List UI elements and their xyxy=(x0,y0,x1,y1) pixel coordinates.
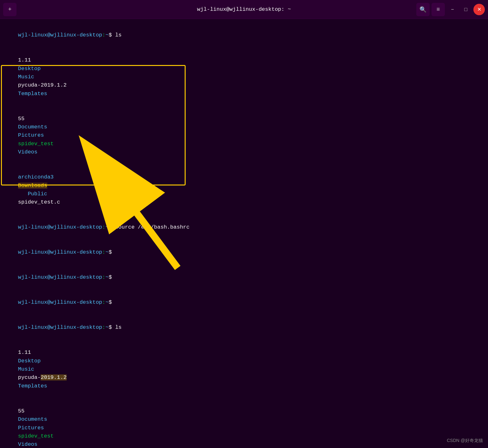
terminal-line-empty-1: wjl-linux@wjllinux-desktop:~$ xyxy=(5,240,483,265)
cmd-text: ls xyxy=(115,32,122,38)
search-icon: 🔍 xyxy=(419,6,426,13)
menu-icon: ≡ xyxy=(437,6,440,13)
watermark: CSDN @好奇龙猫 xyxy=(447,437,483,444)
titlebar-left: + xyxy=(3,3,16,16)
ls-output-1a: 1.11 Desktop Music pycuda-2019.1.2 Templ… xyxy=(5,48,483,106)
prompt-dir: ~ xyxy=(105,32,109,38)
new-tab-button[interactable]: + xyxy=(3,3,16,16)
terminal-line-empty-3: wjl-linux@wjllinux-desktop:~$ xyxy=(5,290,483,315)
titlebar: + wjl-linux@wjllinux-desktop: ~ 🔍 ≡ − □ … xyxy=(0,0,488,19)
prompt-colon: : xyxy=(102,32,105,38)
search-button[interactable]: 🔍 xyxy=(416,3,430,16)
terminal-line-empty-2: wjl-linux@wjllinux-desktop:~$ xyxy=(5,265,483,290)
minimize-icon: − xyxy=(451,7,454,12)
minimize-button[interactable]: − xyxy=(447,4,458,15)
titlebar-right: 🔍 ≡ − □ ✕ xyxy=(416,3,485,16)
ls-output-2b: 55 Documents Pictures spidev_test Videos xyxy=(5,399,483,448)
terminal-line-source: wjl-linux@wjllinux-desktop:~$ source /et… xyxy=(5,215,483,240)
maximize-button[interactable]: □ xyxy=(460,4,472,15)
downloads-label: Downloads xyxy=(18,183,47,189)
close-icon: ✕ xyxy=(477,6,481,12)
window-title: wjl-linux@wjllinux-desktop: ~ xyxy=(197,6,291,12)
ls-output-2a: 1.11 Desktop Music pycuda-2019.1.2 Templ… xyxy=(5,340,483,399)
terminal-line-1: wjl-linux@wjllinux-desktop:~$ ls xyxy=(5,23,483,48)
menu-button[interactable]: ≡ xyxy=(432,3,445,16)
ls-output-1c: archiconda3 Downloads Public spidev_test… xyxy=(5,165,483,215)
ls-output-1b: 55 Documents Pictures spidev_test Videos xyxy=(5,106,483,165)
prompt-user: wjl-linux@wjllinux-desktop xyxy=(18,32,102,38)
maximize-icon: □ xyxy=(464,7,467,12)
prompt-dollar: $ xyxy=(109,32,115,38)
close-button[interactable]: ✕ xyxy=(473,4,485,15)
terminal-line-ls2: wjl-linux@wjllinux-desktop:~$ ls xyxy=(5,315,483,340)
new-tab-icon: + xyxy=(8,6,12,13)
terminal-area[interactable]: wjl-linux@wjllinux-desktop:~$ ls 1.11 De… xyxy=(0,19,488,448)
